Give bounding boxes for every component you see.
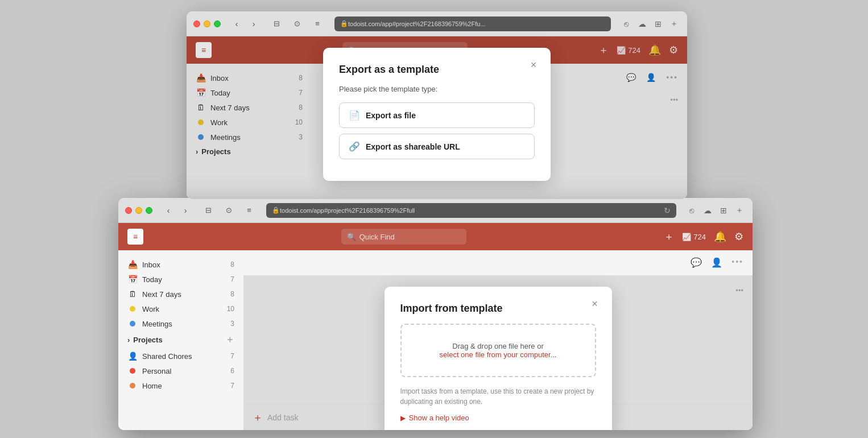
personal-label: Personal [142, 367, 171, 375]
new-tab-icon-1[interactable]: ＋ [668, 18, 680, 30]
quick-find-2[interactable]: 🔍 Quick Find [341, 229, 466, 245]
search-area-2: 🔍 Quick Find [150, 229, 657, 245]
more-icon-2[interactable]: ••• [731, 257, 743, 268]
sidebar-item-home[interactable]: Home 7 [118, 378, 243, 393]
import-modal-title: Import from template [400, 303, 596, 315]
app-content-2: 📥 Inbox 8 📅 Today 7 🗓 Next 7 days 8 Work… [118, 250, 753, 430]
import-template-modal: Import from template × Drag & drop one f… [385, 287, 612, 430]
todoist-logo-2[interactable]: ≡ [127, 229, 143, 245]
url-text-1: todoist.com/app#project%2F2168396759%2Ff… [348, 20, 486, 27]
inbox-count-2: 8 [230, 261, 234, 268]
share-icon-2[interactable]: ⎋ [685, 204, 698, 217]
tab-icon-2[interactable]: ⊞ [717, 204, 730, 217]
close-button-2[interactable] [125, 207, 132, 214]
link-icon: 🔗 [349, 141, 360, 152]
projects-add-icon-2[interactable]: ＋ [225, 334, 234, 346]
window-2: ‹ › ⊟ ⊙ ≡ 🔒 todoist.com/app#project%2F21… [118, 198, 753, 430]
projects-header-2[interactable]: › Projects ＋ [118, 331, 243, 349]
comment-icon-2[interactable]: 💬 [691, 257, 702, 268]
stacks-icon-2[interactable]: ≡ [241, 204, 257, 217]
export-as-file-button[interactable]: 📄 Export as file [339, 102, 535, 128]
projects-chevron-2: › [127, 336, 130, 344]
toolbar-right-1: ⎋ ☁ ⊞ ＋ [620, 18, 680, 30]
work-count-2: 10 [227, 305, 234, 313]
titlebar-1: ‹ › ⊟ ⊙ ≡ 🔒 todoist.com/app#project%2F21… [187, 11, 687, 36]
minimize-button-1[interactable] [204, 20, 210, 27]
sidebar-item-personal[interactable]: Personal 6 [118, 363, 243, 378]
nav-buttons-2: ‹ › [160, 204, 193, 217]
modal-close-1[interactable]: × [526, 57, 542, 73]
import-modal-close[interactable]: × [587, 296, 603, 312]
import-description: Import tasks from a template, use this t… [400, 386, 596, 407]
import-modal-overlay: Import from template × Drag & drop one f… [243, 275, 753, 430]
shared-chores-label: Shared Chores [142, 352, 192, 361]
export-file-label: Export as file [366, 111, 416, 120]
maximize-button-1[interactable] [214, 20, 221, 27]
back-button-1[interactable]: ‹ [229, 18, 245, 30]
person-add-icon-2[interactable]: 👤 [711, 257, 722, 268]
sidebar-item-shared-chores[interactable]: 👤 Shared Chores 7 [118, 349, 243, 363]
home-count: 7 [230, 382, 234, 390]
modal-overlay-1: Export as a template × Please pick the t… [187, 36, 687, 199]
stacks-icon-1[interactable]: ≡ [309, 18, 325, 30]
gear-icon-2[interactable]: ⚙ [734, 230, 743, 243]
sidebar-toggle-1[interactable]: ⊟ [268, 18, 284, 30]
cloud-icon-2[interactable]: ☁ [701, 204, 714, 217]
sidebar-item-meetings-2[interactable]: Meetings 3 [118, 316, 243, 331]
sidebar-item-week-2[interactable]: 🗓 Next 7 days 8 [118, 287, 243, 301]
sidebar-item-today-2[interactable]: 📅 Today 7 [118, 272, 243, 287]
dropzone-link[interactable]: select one file from your computer... [413, 350, 584, 359]
week-count-2: 8 [230, 290, 234, 298]
home-dot-icon [127, 381, 138, 390]
personal-dot-icon [127, 366, 138, 375]
forward-button-1[interactable]: › [246, 18, 262, 30]
bell-icon-2[interactable]: 🔔 [714, 230, 726, 243]
export-template-modal: Export as a template × Please pick the t… [323, 48, 551, 181]
nav-buttons-1: ‹ › [229, 18, 262, 30]
meetings-label-2: Meetings [142, 320, 172, 328]
karma-score-2: 724 [693, 233, 706, 241]
lock-icon: 🔒 [340, 20, 348, 27]
view-toggle-1[interactable]: ⊙ [289, 18, 305, 30]
maximize-button-2[interactable] [146, 207, 152, 214]
tab-icon-1[interactable]: ⊞ [652, 18, 664, 30]
sidebar-item-work-2[interactable]: Work 10 [118, 301, 243, 316]
minimize-button-2[interactable] [135, 207, 142, 214]
back-button-2[interactable]: ‹ [160, 204, 176, 217]
forward-button-2[interactable]: › [177, 204, 193, 217]
refresh-icon-2[interactable]: ↻ [664, 206, 671, 215]
sidebar-toggle-2[interactable]: ⊟ [200, 204, 216, 217]
share-icon-1[interactable]: ⎋ [620, 18, 633, 30]
address-bar-1[interactable]: 🔒 todoist.com/app#project%2F2168396759%2… [334, 16, 611, 31]
modal-subtitle-1: Please pick the template type: [339, 85, 535, 93]
file-icon: 📄 [349, 110, 360, 121]
week-label-2: Next 7 days [142, 290, 181, 299]
shared-chores-icon: 👤 [127, 352, 138, 361]
cloud-icon-1[interactable]: ☁ [636, 18, 648, 30]
help-video-link[interactable]: ▶ Show a help video [400, 414, 596, 422]
sidebar-2: 📥 Inbox 8 📅 Today 7 🗓 Next 7 days 8 Work… [118, 250, 243, 430]
address-bar-2[interactable]: 🔒 todoist.com/app#project%2F2168396759%2… [266, 203, 676, 218]
titlebar-2: ‹ › ⊟ ⊙ ≡ 🔒 todoist.com/app#project%2F21… [118, 198, 753, 223]
logo-icon-2: ≡ [133, 232, 138, 241]
projects-label-2: Projects [133, 336, 162, 344]
search-label-2: Quick Find [359, 233, 395, 241]
help-video-label: Show a help video [409, 414, 469, 422]
main-header-2: 💬 👤 ••• [243, 250, 753, 275]
personal-count: 6 [230, 367, 234, 375]
sidebar-item-inbox-2[interactable]: 📥 Inbox 8 [118, 257, 243, 272]
view-toggle-2[interactable]: ⊙ [221, 204, 237, 217]
search-icon-2: 🔍 [347, 233, 356, 241]
new-tab-icon-2[interactable]: ＋ [733, 204, 746, 217]
close-button-1[interactable] [193, 20, 200, 27]
today-count-2: 7 [230, 275, 234, 283]
lock-icon-2: 🔒 [272, 206, 280, 214]
week-icon-2: 🗓 [127, 290, 138, 299]
work-label-2: Work [142, 305, 159, 313]
add-icon-2[interactable]: ＋ [664, 230, 674, 243]
karma-badge-2[interactable]: 📈 724 [682, 233, 706, 241]
export-as-url-button[interactable]: 🔗 Export as shareable URL [339, 134, 535, 159]
main-area-2: 💬 👤 ••• ••• ＋ Add task Import from templ… [243, 250, 753, 430]
file-dropzone[interactable]: Drag & drop one file here or select one … [400, 324, 596, 377]
export-url-label: Export as shareable URL [366, 142, 460, 151]
